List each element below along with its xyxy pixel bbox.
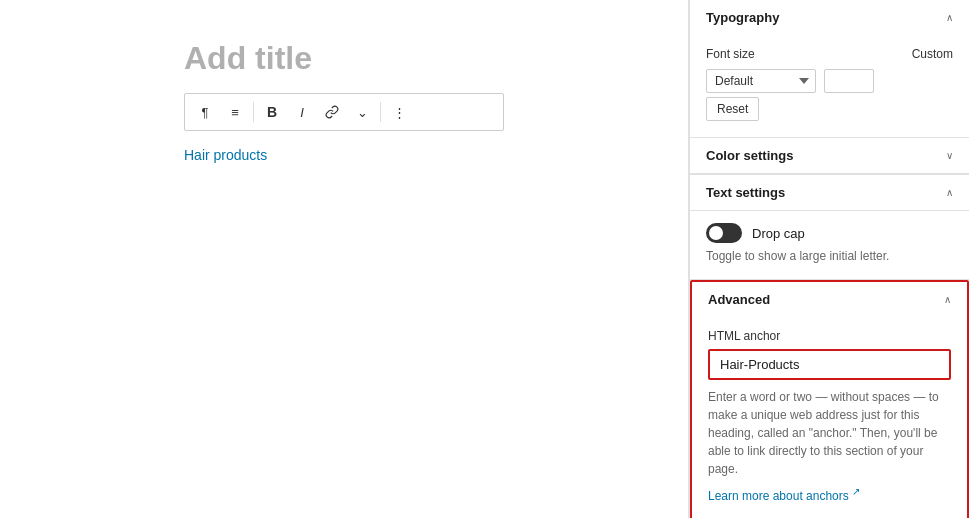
html-anchor-label: HTML anchor <box>708 329 951 343</box>
color-settings-header[interactable]: Color settings ∨ <box>690 138 969 174</box>
external-link-icon: ↗ <box>852 486 860 497</box>
color-settings-chevron-icon: ∨ <box>946 150 953 161</box>
custom-label: Custom <box>912 47 953 61</box>
custom-font-size-input[interactable] <box>824 69 874 93</box>
typography-title: Typography <box>706 10 779 25</box>
drop-cap-description: Toggle to show a large initial letter. <box>706 249 953 263</box>
add-title-placeholder[interactable]: Add title <box>184 40 504 77</box>
font-size-select[interactable]: Default Small Normal Large Larger Huge <box>706 69 816 93</box>
text-settings-title: Text settings <box>706 185 785 200</box>
align-button[interactable]: ≡ <box>221 98 249 126</box>
editor-area: Add title ¶ ≡ B I ⌄ ⋮ Hair products <box>0 0 689 518</box>
drop-cap-toggle[interactable] <box>706 223 742 243</box>
anchor-description: Enter a word or two — without spaces — t… <box>708 388 951 478</box>
advanced-body: HTML anchor Enter a word or two — withou… <box>692 317 967 518</box>
advanced-section: Advanced ∧ HTML anchor Enter a word or t… <box>690 280 969 518</box>
text-settings-chevron-icon: ∧ <box>946 187 953 198</box>
typography-section: Typography ∧ Font size Custom Default Sm… <box>690 0 969 138</box>
font-size-label: Font size <box>706 47 755 61</box>
font-size-row: Font size Custom <box>706 47 953 61</box>
bold-button[interactable]: B <box>258 98 286 126</box>
drop-cap-row: Drop cap <box>706 223 953 243</box>
more-options-button[interactable]: ⋮ <box>385 98 413 126</box>
sidebar-panel: Typography ∧ Font size Custom Default Sm… <box>689 0 969 518</box>
color-settings-title: Color settings <box>706 148 793 163</box>
editor-toolbar: ¶ ≡ B I ⌄ ⋮ <box>184 93 504 131</box>
text-settings-header[interactable]: Text settings ∧ <box>690 175 969 211</box>
reset-button[interactable]: Reset <box>706 97 759 121</box>
link-button[interactable] <box>318 98 346 126</box>
hair-products-link[interactable]: Hair products <box>184 147 267 163</box>
learn-more-text: Learn more about anchors <box>708 489 849 503</box>
typography-chevron-up-icon: ∧ <box>946 12 953 23</box>
advanced-chevron-icon: ∧ <box>944 294 951 305</box>
font-size-controls: Default Small Normal Large Larger Huge <box>706 69 953 93</box>
paragraph-button[interactable]: ¶ <box>191 98 219 126</box>
typography-body: Font size Custom Default Small Normal La… <box>690 35 969 137</box>
learn-more-anchors-link[interactable]: Learn more about anchors ↗ <box>708 489 860 503</box>
text-settings-section: Text settings ∧ Drop cap Toggle to show … <box>690 175 969 280</box>
toolbar-divider-2 <box>380 102 381 122</box>
advanced-header[interactable]: Advanced ∧ <box>692 282 967 317</box>
drop-cap-label: Drop cap <box>752 226 805 241</box>
italic-button[interactable]: I <box>288 98 316 126</box>
chevron-down-button[interactable]: ⌄ <box>348 98 376 126</box>
toggle-slider <box>706 223 742 243</box>
link-icon <box>325 105 339 119</box>
html-anchor-input[interactable] <box>708 349 951 380</box>
typography-section-header[interactable]: Typography ∧ <box>690 0 969 35</box>
toolbar-divider-1 <box>253 102 254 122</box>
advanced-title: Advanced <box>708 292 770 307</box>
editor-content: Add title ¶ ≡ B I ⌄ ⋮ Hair products <box>184 40 504 163</box>
color-settings-section: Color settings ∨ <box>690 138 969 175</box>
text-settings-body: Drop cap Toggle to show a large initial … <box>690 211 969 279</box>
